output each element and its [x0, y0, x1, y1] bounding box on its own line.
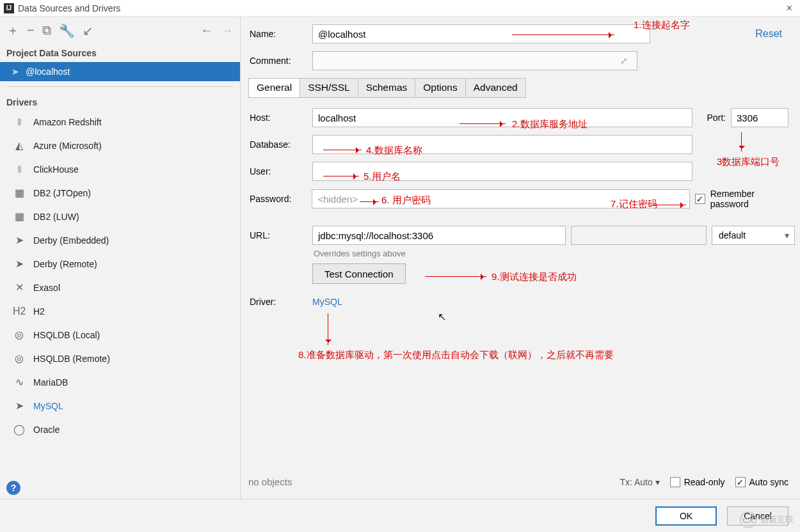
tab-schemas[interactable]: Schemas	[358, 79, 416, 97]
driver-item-mysql[interactable]: ➤MySQL	[0, 394, 240, 418]
dialog-footer: OK Cancel CX 创新互联	[0, 499, 800, 532]
drivers-list: ⦀Amazon Redshift◭Azure (Microsoft)⦀Click…	[0, 110, 240, 476]
driver-item-derby-embedded-[interactable]: ➤Derby (Embedded)	[0, 228, 240, 252]
driver-icon: ✕	[13, 281, 26, 293]
driver-item-derby-remote-[interactable]: ➤Derby (Remote)	[0, 252, 240, 276]
label-name: Name:	[250, 29, 307, 39]
close-icon[interactable]: ×	[783, 3, 796, 14]
copy-button[interactable]: ⧉	[42, 23, 51, 38]
import-icon[interactable]: ↙	[83, 23, 93, 38]
help-button[interactable]: ?	[6, 481, 20, 495]
label-driver: Driver:	[250, 297, 307, 307]
wrench-icon[interactable]: 🔧	[59, 23, 75, 38]
name-input[interactable]	[312, 24, 650, 43]
label-password: Password:	[250, 194, 307, 204]
driver-icon: ⦀	[13, 164, 26, 175]
label-host: Host:	[250, 113, 307, 123]
mysql-datasource-icon: ➤	[12, 66, 19, 77]
driver-item-amazon-redshift[interactable]: ⦀Amazon Redshift	[0, 110, 240, 134]
driver-icon: ➤	[13, 400, 26, 412]
password-placeholder: <hidden>	[317, 194, 358, 205]
sidebar-toolbar: ＋ − ⧉ 🔧 ↙ ← →	[0, 17, 240, 42]
autosync-option[interactable]: Auto sync	[735, 477, 788, 487]
driver-label: ClickHouse	[33, 164, 79, 175]
driver-label: H2	[33, 306, 45, 317]
driver-item-db2-luw-[interactable]: ▦DB2 (LUW)	[0, 205, 240, 228]
user-input[interactable]	[312, 162, 692, 181]
driver-label: Azure (Microsoft)	[33, 141, 102, 151]
back-button[interactable]: ←	[200, 23, 213, 38]
window-title: Data Sources and Drivers	[18, 3, 120, 13]
reset-link[interactable]: Reset	[755, 28, 795, 40]
datasource-item-selected[interactable]: ➤ @localhost	[0, 62, 240, 81]
remove-button[interactable]: −	[27, 23, 35, 38]
test-connection-button[interactable]: Test Connection	[312, 263, 406, 284]
url-input[interactable]	[312, 226, 566, 245]
driver-icon: ▦	[13, 187, 26, 199]
driver-item-oracle[interactable]: ◯Oracle	[0, 418, 240, 441]
tab-general[interactable]: General	[249, 79, 300, 97]
datasource-label: @localhost	[26, 66, 70, 77]
driver-item-db2-jtopen-[interactable]: ▦DB2 (JTOpen)	[0, 181, 240, 205]
driver-item-clickhouse[interactable]: ⦀ClickHouse	[0, 157, 240, 181]
driver-label: Amazon Redshift	[33, 117, 102, 127]
driver-label: MySQL	[33, 401, 63, 411]
url-hint: Overrides settings above	[312, 249, 406, 258]
driver-icon: ➤	[13, 258, 26, 270]
driver-icon: ◎	[13, 352, 26, 364]
driver-icon: ◯	[13, 423, 26, 435]
ok-button[interactable]: OK	[655, 506, 717, 526]
watermark: CX 创新互联	[740, 512, 794, 528]
remember-password-label: Remember password	[710, 189, 795, 209]
tx-label: Tx: Auto ▾	[620, 477, 659, 487]
readonly-option[interactable]: Read-only	[670, 477, 725, 487]
driver-icon: ∿	[13, 376, 26, 388]
driver-link[interactable]: MySQL	[312, 297, 342, 307]
driver-item-mariadb[interactable]: ∿MariaDB	[0, 370, 240, 394]
drivers-header: Drivers	[0, 92, 240, 110]
password-input[interactable]: <hidden>	[312, 189, 689, 208]
driver-item-h2[interactable]: H2H2	[0, 299, 240, 323]
autosync-checkbox[interactable]	[735, 477, 746, 487]
driver-label: MariaDB	[33, 377, 68, 387]
driver-label: DB2 (JTOpen)	[33, 188, 91, 198]
label-port: Port:	[698, 113, 726, 123]
tabs: General SSH/SSL Schemas Options Advanced	[248, 78, 526, 98]
remember-password-checkbox[interactable]	[695, 194, 705, 204]
port-input[interactable]	[731, 108, 788, 127]
driver-item-hsqldb-remote-[interactable]: ◎HSQLDB (Remote)	[0, 347, 240, 370]
driver-label: Derby (Embedded)	[33, 235, 109, 246]
expand-icon[interactable]: ⤢	[620, 56, 633, 66]
title-bar: IJ Data Sources and Drivers ×	[0, 0, 800, 17]
driver-item-exasol[interactable]: ✕Exasol	[0, 276, 240, 299]
readonly-checkbox[interactable]	[670, 477, 680, 487]
tab-advanced[interactable]: Advanced	[466, 79, 525, 97]
no-objects-label: no objects	[248, 476, 292, 487]
driver-label: HSQLDB (Remote)	[33, 354, 110, 364]
driver-icon: ▦	[13, 210, 26, 223]
label-user: User:	[250, 166, 307, 176]
project-data-sources-header: Project Data Sources	[0, 42, 240, 62]
label-url: URL:	[250, 230, 307, 240]
url-extra-input[interactable]	[571, 226, 707, 245]
tab-options[interactable]: Options	[415, 79, 465, 97]
driver-item-azure-microsoft-[interactable]: ◭Azure (Microsoft)	[0, 134, 240, 157]
divider	[6, 86, 234, 87]
url-mode-select[interactable]: default	[712, 226, 795, 245]
driver-icon: ⦀	[13, 116, 26, 128]
forward-button[interactable]: →	[221, 23, 234, 38]
driver-icon: ➤	[13, 234, 26, 246]
status-bar: Tx: Auto ▾ Read-only Auto sync	[620, 477, 788, 487]
driver-icon: H2	[13, 306, 26, 317]
driver-label: DB2 (LUW)	[33, 212, 79, 222]
tab-ssh-ssl[interactable]: SSH/SSL	[300, 79, 358, 97]
label-comment: Comment:	[250, 56, 307, 66]
app-icon: IJ	[4, 3, 14, 13]
database-input[interactable]	[312, 135, 692, 154]
watermark-icon: CX	[740, 512, 756, 528]
comment-input[interactable]: ⤢	[312, 51, 637, 70]
label-database: Database:	[250, 139, 307, 150]
host-input[interactable]	[312, 108, 692, 127]
add-button[interactable]: ＋	[6, 22, 19, 39]
driver-item-hsqldb-local-[interactable]: ◎HSQLDB (Local)	[0, 323, 240, 347]
